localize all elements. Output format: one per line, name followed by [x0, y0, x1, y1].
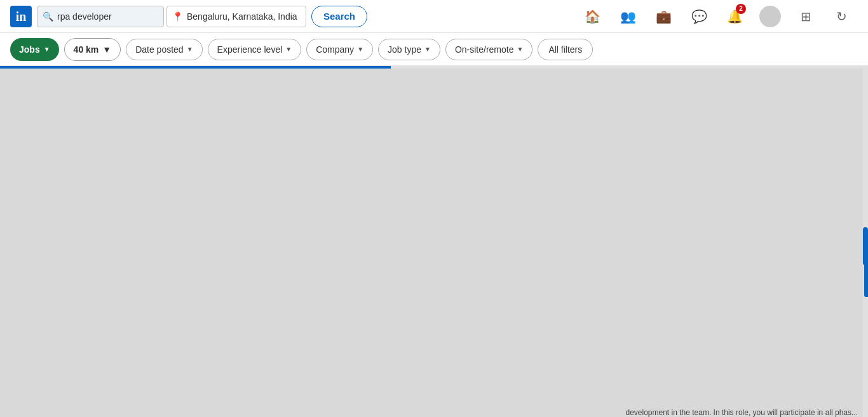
distance-filter-label: 40 km [74, 44, 99, 55]
distance-chevron-icon: ▼ [102, 44, 111, 55]
main-content: development in the team. In this role, y… [0, 69, 868, 417]
location-input[interactable] [187, 11, 301, 22]
network-icon: 👥 [620, 10, 636, 23]
home-icon: 🏠 [585, 10, 600, 23]
scrollbar[interactable] [863, 69, 868, 417]
job-type-chevron-icon: ▼ [424, 46, 431, 53]
experience-level-filter-button[interactable]: Experience level ▼ [208, 39, 302, 60]
search-icon: 🔍 [43, 11, 53, 22]
experience-level-chevron-icon: ▼ [285, 46, 292, 53]
nav-jobs[interactable]: 💼 [647, 3, 680, 30]
company-filter-button[interactable]: Company ▼ [306, 39, 373, 60]
on-site-remote-chevron-icon: ▼ [517, 46, 523, 53]
all-filters-button[interactable]: All filters [538, 39, 593, 60]
nav-apps[interactable]: ⊞ [789, 3, 822, 30]
nav-network[interactable]: 👥 [611, 3, 644, 30]
side-scroll-indicator [864, 246, 868, 297]
nav-messaging[interactable]: 💬 [682, 3, 715, 30]
job-type-filter-button[interactable]: Job type ▼ [378, 39, 440, 60]
experience-level-label: Experience level [217, 44, 283, 55]
date-posted-chevron-icon: ▼ [187, 46, 193, 53]
jobs-icon: 💼 [656, 10, 672, 23]
location-box: 📍 [166, 6, 306, 27]
linkedin-logo[interactable]: in [10, 6, 32, 27]
jobs-filter-label: Jobs [19, 44, 40, 55]
notification-badge: 2 [736, 4, 746, 14]
top-navigation: in 🔍 📍 Search 🏠 👥 💼 💬 🔔 2 [0, 0, 868, 33]
bottom-partial-text: development in the team. In this role, y… [625, 408, 858, 417]
refresh-icon: ↻ [836, 10, 847, 23]
messaging-icon: 💬 [691, 10, 707, 23]
date-posted-label: Date posted [135, 44, 184, 55]
nav-icons: 🏠 👥 💼 💬 🔔 2 ⊞ ↻ [576, 3, 858, 30]
filter-bar: Jobs ▼ 40 km ▼ Date posted ▼ Experience … [0, 33, 868, 66]
location-pin-icon: 📍 [172, 11, 183, 22]
nav-home[interactable]: 🏠 [576, 3, 609, 30]
search-button[interactable]: Search [311, 6, 367, 27]
job-type-label: Job type [388, 44, 421, 55]
on-site-remote-filter-button[interactable]: On-site/remote ▼ [445, 39, 533, 60]
jobs-chevron-icon: ▼ [44, 46, 50, 53]
linkedin-logo-text: in [16, 10, 27, 23]
search-input[interactable] [57, 11, 159, 22]
apps-grid-icon: ⊞ [801, 10, 811, 23]
date-posted-filter-button[interactable]: Date posted ▼ [126, 39, 202, 60]
distance-filter-button[interactable]: 40 km ▼ [64, 38, 121, 61]
company-label: Company [316, 44, 354, 55]
nav-avatar[interactable] [754, 3, 787, 30]
nav-notifications[interactable]: 🔔 2 [718, 3, 751, 30]
user-avatar [759, 6, 781, 27]
search-box: 🔍 [37, 6, 164, 27]
company-chevron-icon: ▼ [357, 46, 363, 53]
jobs-filter-button[interactable]: Jobs ▼ [10, 38, 59, 61]
nav-refresh[interactable]: ↻ [825, 3, 858, 30]
on-site-remote-label: On-site/remote [455, 44, 514, 55]
